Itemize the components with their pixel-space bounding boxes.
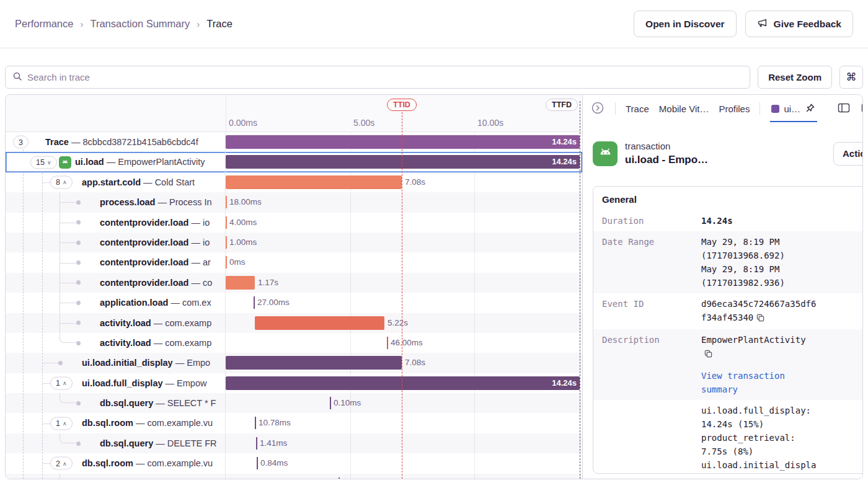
divider: [615, 102, 616, 115]
transaction-title-block: transaction ui.load - Empo…: [625, 140, 708, 167]
span-row[interactable]: 1∧ui.load.full_display — Empow14.24s: [6, 373, 582, 393]
span-tick[interactable]: [339, 477, 340, 479]
span-duration-cell: 0.72ms: [226, 474, 582, 479]
span-tree-cell: db.sql.query — SELECT * F: [6, 393, 226, 413]
span-tick[interactable]: [255, 417, 256, 429]
span-bar[interactable]: 14.24s: [226, 155, 580, 169]
span-tree-cell: 1∧ui.load.full_display — Empow: [6, 373, 226, 393]
span-name: contentprovider.load — co: [100, 273, 212, 293]
collapse-panel-button[interactable]: [590, 101, 605, 116]
span-tick[interactable]: [226, 256, 227, 268]
span-tick[interactable]: [226, 196, 227, 208]
span-tree-cell: contentprovider.load — io: [6, 233, 226, 252]
span-row[interactable]: activity.load — com.examp46.00ms: [6, 333, 582, 353]
span-row[interactable]: db.sql.query — INSERT OR0.72ms: [6, 474, 582, 479]
search-icon: [12, 71, 22, 84]
span-bar[interactable]: [255, 316, 384, 330]
dock-bottom-icon[interactable]: [861, 103, 863, 114]
span-row[interactable]: 8∧app.start.cold — Cold Start7.08s: [6, 172, 582, 192]
span-bar[interactable]: [226, 175, 402, 189]
tree-connector: [42, 363, 58, 363]
span-count-pill[interactable]: 2∧: [50, 457, 73, 470]
transaction-kind-label: transaction: [625, 140, 708, 153]
detail-value-line: ui.load.initial_display: 7.08s (7%): [701, 458, 816, 474]
transaction-title: ui.load - Empo…: [625, 153, 708, 167]
span-tick[interactable]: [257, 457, 258, 469]
span-row[interactable]: 15∨ui.load — EmpowerPlantActivity14.24s: [6, 152, 582, 172]
span-row[interactable]: db.sql.query — DELETE FR1.41ms: [6, 433, 582, 453]
span-tick[interactable]: [330, 397, 331, 409]
span-bar[interactable]: [226, 356, 402, 370]
span-bar[interactable]: [226, 276, 255, 290]
copy-icon[interactable]: [704, 348, 712, 362]
chevron-up-icon: ∧: [63, 380, 67, 386]
span-tick[interactable]: [254, 296, 255, 309]
open-in-discover-label: Open in Discover: [645, 19, 724, 30]
tree-connector: [60, 242, 76, 243]
span-row[interactable]: ui.load.initial_display — Empo7.08s: [6, 353, 582, 373]
detail-value: May 29, 8:19 PM(1717013968.692)May 29, 8…: [701, 235, 816, 290]
give-feedback-button[interactable]: Give Feedback: [745, 11, 853, 37]
search-input[interactable]: [27, 72, 743, 82]
tab-active-span[interactable]: ui…: [770, 95, 817, 122]
span-row[interactable]: contentprovider.load — io4.00ms: [6, 213, 582, 233]
open-in-discover-button[interactable]: Open in Discover: [634, 11, 736, 37]
span-row[interactable]: application.load — com.ex27.00ms: [6, 293, 582, 313]
tab-profiles[interactable]: Profiles: [719, 104, 750, 114]
span-leaf-dot: [76, 321, 81, 325]
span-row[interactable]: activity.load — com.examp5.22s: [6, 313, 582, 333]
span-bar[interactable]: 14.24s: [226, 135, 580, 149]
span-duration-cell: 0.10ms: [226, 393, 582, 413]
span-row[interactable]: contentprovider.load — ar0ms: [6, 252, 582, 272]
tab-mobilevit[interactable]: Mobile Vit…: [659, 104, 709, 114]
span-duration-cell: 7.08s: [226, 353, 582, 373]
span-row[interactable]: contentprovider.load — co1.17s: [6, 273, 582, 293]
span-tick[interactable]: [226, 236, 227, 249]
span-count: 1: [56, 419, 60, 428]
shortcut-command-button[interactable]: ⌘: [839, 66, 863, 89]
pin-icon[interactable]: [805, 103, 816, 114]
span-row[interactable]: contentprovider.load — io1.00ms: [6, 233, 582, 252]
tree-connector: [60, 474, 76, 479]
span-name: contentprovider.load — io: [100, 233, 210, 252]
span-row[interactable]: db.sql.query — SELECT * F0.10ms: [6, 393, 582, 413]
span-count-pill[interactable]: 1∧: [50, 376, 73, 389]
span-tick[interactable]: [256, 437, 257, 450]
view-transaction-summary-link[interactable]: View transaction summary: [701, 369, 816, 396]
detail-label: Ops Breakdown: [602, 472, 694, 474]
tab-trace[interactable]: Trace: [626, 104, 649, 114]
span-count-pill[interactable]: 8∧: [50, 175, 73, 189]
span-count-pill[interactable]: 1∧: [50, 417, 73, 430]
span-tree-cell: contentprovider.load — ar: [6, 252, 226, 272]
copy-icon[interactable]: [756, 312, 764, 326]
span-duration-label: 0.84ms: [260, 456, 288, 470]
actions-button[interactable]: Actions ∨: [833, 142, 863, 166]
breadcrumb-item-transaction-summary[interactable]: Transaction Summary: [90, 18, 190, 30]
breadcrumb-item-performance[interactable]: Performance: [15, 18, 73, 30]
span-row[interactable]: 1∧db.sql.room — com.example.vu10.78ms: [6, 413, 582, 433]
span-count-pill[interactable]: 3: [13, 136, 29, 149]
span-row[interactable]: process.load — Process In18.00ms: [6, 192, 582, 212]
span-count: 8: [56, 178, 60, 187]
span-bar[interactable]: 14.24s: [226, 376, 580, 390]
detail-value-line: product_retrieval: 7.75s (8%): [701, 431, 816, 458]
span-tick[interactable]: [387, 337, 388, 349]
tree-connector: [60, 223, 76, 223]
detail-row-description: DescriptionEmpowerPlantActivityView tran…: [593, 329, 863, 400]
span-duration-cell: 4.00ms: [226, 213, 582, 233]
span-name: db.sql.query — INSERT OR: [100, 474, 216, 479]
reset-zoom-button[interactable]: Reset Zoom: [758, 66, 832, 89]
span-duration-label: 18.00ms: [229, 195, 262, 209]
help-icon[interactable]: [667, 472, 676, 474]
span-tick[interactable]: [226, 216, 227, 229]
search-box[interactable]: [5, 66, 750, 89]
span-leaf-dot: [76, 260, 81, 265]
dock-left-icon[interactable]: [837, 103, 851, 114]
span-count-pill[interactable]: 15∨: [30, 156, 57, 169]
detail-value-line: (1717013968.692): [701, 249, 816, 262]
span-name: db.sql.query — DELETE FR: [100, 433, 217, 453]
span-row[interactable]: 3Trace — 8cbbcd38721b415ab6cbdc4f14.24s: [6, 132, 582, 152]
timeline-header: 0.00ms5.00s10.00sTTIDTTFD: [6, 95, 582, 132]
span-row[interactable]: 2∧db.sql.room — com.example.vu0.84ms: [6, 453, 582, 473]
detail-value: 14.24s: [701, 214, 816, 228]
